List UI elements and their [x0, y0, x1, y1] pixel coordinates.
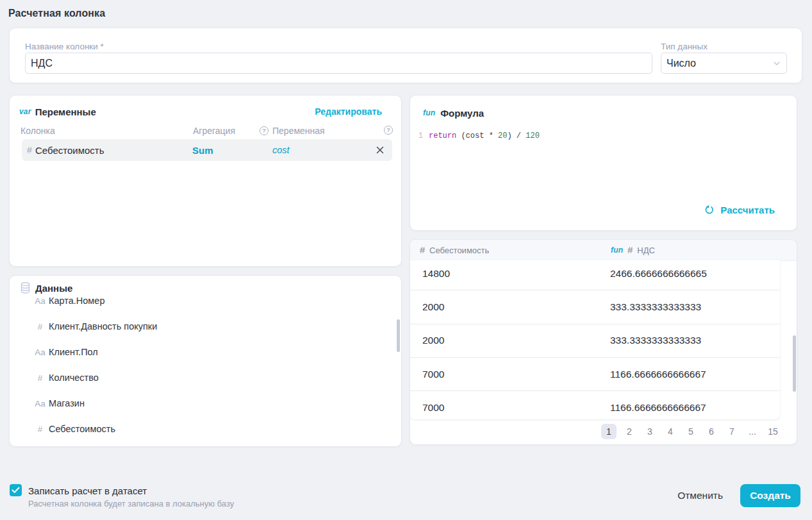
fun-badge: fun: [611, 246, 623, 255]
result-cost-cell: 7000: [422, 402, 610, 414]
edit-variables-button[interactable]: Редактировать: [315, 106, 382, 117]
field-name: Клиент.Давность покупки: [49, 321, 157, 331]
save-to-dataset-description: Расчетная колонка будет записана в локал…: [28, 499, 234, 508]
column-header-variable: ? Переменная: [260, 126, 325, 136]
field-type-icon: Аа: [35, 348, 46, 357]
dataset-field-item[interactable]: # Себестоимость: [10, 416, 388, 442]
result-vat-cell: 333.3333333333333: [610, 301, 701, 313]
variable-row: # Себестоимость Sum cost: [22, 139, 392, 161]
result-row: 2000 333.3333333333333: [410, 290, 780, 324]
result-column-cost-label: Себестоимость: [429, 246, 489, 255]
result-row: 14800 2466.6666666666665: [410, 260, 780, 290]
result-table-panel: # Себестоимость fun # НДС 14800 2466.666…: [410, 239, 797, 445]
column-header-variable-label: Переменная: [272, 126, 325, 136]
column-header-column: Колонка: [21, 126, 55, 136]
refresh-icon: [704, 205, 715, 215]
pagination-page-1[interactable]: 1: [601, 424, 617, 439]
result-vat-cell: 1166.6666666666667: [610, 369, 706, 380]
calculated-column-dialog: Расчетная колонка Название колонки * Тип…: [0, 0, 812, 520]
chevron-down-icon: [772, 59, 781, 68]
result-cost-cell: 2000: [422, 335, 610, 346]
data-type-label: Тип данных: [661, 42, 708, 51]
number-type-icon: #: [420, 245, 425, 255]
result-rows: 14800 2466.6666666666665 2000 333.333333…: [410, 260, 780, 419]
result-column-vat-label: НДС: [637, 246, 655, 255]
result-row: 2000 333.3333333333333: [410, 324, 780, 358]
pagination: 1234567...15: [410, 418, 797, 444]
variables-table-header: Колонка Агрегация ? Переменная ?: [21, 126, 392, 137]
cancel-button[interactable]: Отменить: [670, 484, 731, 507]
field-type-icon: #: [35, 424, 46, 434]
check-icon: [12, 487, 20, 494]
remove-variable-button[interactable]: [373, 143, 387, 157]
help-icon[interactable]: ?: [260, 126, 269, 135]
field-type-icon: #: [35, 373, 46, 383]
formula-title: Формула: [440, 108, 484, 119]
dataset-field-item[interactable]: # Клиент.Давность покупки: [10, 314, 388, 339]
dataset-field-item[interactable]: Аа Карта.Номер: [10, 288, 388, 314]
field-type-icon: Аа: [35, 296, 46, 306]
pagination-page-3[interactable]: 3: [642, 424, 658, 439]
pagination-page-15[interactable]: 15: [765, 424, 781, 439]
result-vat-cell: 1166.6666666666667: [610, 402, 706, 414]
data-panel-scrollbar[interactable]: [397, 319, 400, 352]
column-header-aggregation: Агрегация: [193, 126, 235, 136]
dataset-field-item[interactable]: Аа Магазин: [10, 390, 388, 416]
calculate-button[interactable]: Рассчитать: [704, 203, 775, 217]
data-panel: Данные Аа Карта.Номер # Клиент.Давность …: [9, 275, 402, 447]
field-name: Клиент.Пол: [49, 347, 98, 357]
number-type-icon: #: [25, 145, 34, 155]
pagination-ellipsis: ...: [745, 424, 760, 439]
field-name: Карта.Номер: [49, 296, 104, 306]
number-type-icon: #: [627, 245, 633, 255]
result-table-header: # Себестоимость fun # НДС: [410, 240, 797, 261]
variable-column-name: Себестоимость: [35, 145, 104, 156]
result-table-scrollbar[interactable]: [793, 335, 796, 392]
field-type-icon: #: [35, 322, 46, 331]
field-type-icon: Аа: [35, 399, 46, 408]
column-name-label: Название колонки *: [25, 42, 104, 51]
dialog-footer: Записать расчет в датасет Расчетная коло…: [0, 447, 812, 520]
var-badge: var: [19, 107, 31, 116]
pagination-page-2[interactable]: 2: [622, 424, 637, 439]
dataset-field-list: Аа Карта.Номер # Клиент.Давность покупки…: [10, 288, 388, 442]
field-name: Себестоимость: [49, 424, 115, 434]
result-row: 7000 1166.6666666666667: [410, 358, 780, 391]
variables-panel: var Переменные Редактировать Колонка Агр…: [9, 95, 402, 267]
create-button[interactable]: Создать: [740, 484, 800, 507]
result-cost-cell: 2000: [422, 301, 610, 313]
fun-badge: fun: [423, 108, 435, 117]
data-type-value: Число: [667, 58, 696, 69]
page-title: Расчетная колонка: [8, 8, 105, 19]
formula-panel: fun Формула 1 return (cost * 20) / 120 Р…: [410, 95, 797, 231]
formula-code: return (cost * 20) / 120: [429, 131, 540, 140]
result-row: 7000 1166.6666666666667: [410, 391, 780, 419]
save-to-dataset-label: Записать расчет в датасет: [28, 485, 147, 496]
result-vat-cell: 2466.6666666666665: [610, 268, 707, 280]
dataset-field-item[interactable]: Аа Клиент.Пол: [10, 339, 388, 365]
pagination-page-5[interactable]: 5: [683, 424, 699, 439]
pagination-page-7[interactable]: 7: [724, 424, 740, 439]
help-icon[interactable]: ?: [384, 126, 393, 135]
code-line-number: 1: [418, 131, 423, 140]
variable-name[interactable]: cost: [272, 145, 290, 155]
result-cost-cell: 7000: [422, 369, 610, 380]
formula-code-editor[interactable]: 1 return (cost * 20) / 120: [418, 130, 540, 141]
field-name: Магазин: [49, 398, 85, 408]
column-name-input[interactable]: [25, 53, 652, 74]
variables-title: Переменные: [35, 106, 96, 117]
variable-aggregation[interactable]: Sum: [192, 145, 213, 156]
column-settings-card: Название колонки * Тип данных Число: [9, 28, 802, 83]
dataset-field-item[interactable]: # Количество: [10, 365, 388, 390]
pagination-page-4[interactable]: 4: [663, 424, 678, 439]
result-vat-cell: 333.3333333333333: [610, 335, 701, 346]
data-type-select[interactable]: Число: [661, 53, 787, 74]
pagination-page-6[interactable]: 6: [704, 424, 719, 439]
calculate-label: Рассчитать: [720, 205, 775, 215]
field-name: Количество: [49, 373, 99, 383]
save-to-dataset-checkbox[interactable]: [10, 484, 22, 496]
result-cost-cell: 14800: [422, 268, 610, 280]
